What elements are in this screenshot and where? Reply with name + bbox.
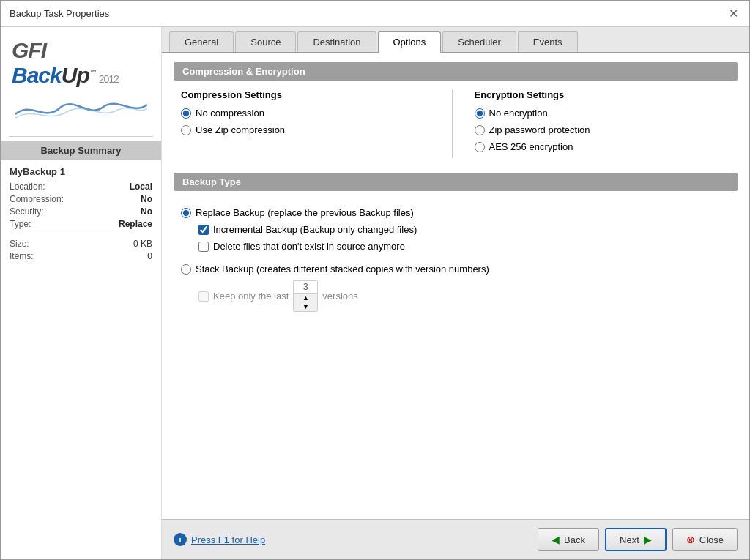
main-area: General Source Destination Options Sched… — [162, 27, 749, 559]
content-area: GFI BackUp™2012 Backup Summary MyBackup … — [1, 27, 749, 559]
next-label: Next — [620, 534, 639, 545]
back-button[interactable]: ◀ Back — [538, 528, 599, 551]
keep-only-label: Keep only the last — [213, 291, 289, 302]
backup-type-header: Backup Type — [174, 173, 738, 191]
keep-only-row: Keep only the last ▲ ▼ versions — [198, 280, 730, 312]
sidebar-divider — [9, 136, 153, 137]
aes-encryption-label: AES 256 encryption — [489, 141, 573, 152]
backup-type-section: Backup Type Replace Backup (replace the … — [174, 173, 738, 319]
zip-compression-row: Use Zip compression — [181, 124, 437, 135]
items-value: 0 — [147, 251, 152, 261]
no-encryption-label: No encryption — [489, 108, 548, 119]
security-value: No — [141, 206, 152, 217]
back-label: Back — [564, 534, 585, 545]
bottom-bar: i Press F1 for Help ◀ Back Next ▶ ⊗ Clos… — [162, 519, 749, 559]
no-compression-label: No compression — [196, 108, 264, 119]
zip-compression-label: Use Zip compression — [196, 124, 285, 135]
logo-i: I — [41, 38, 46, 62]
versions-input[interactable] — [294, 281, 317, 294]
backup-type-content: Replace Backup (replace the previous Bac… — [174, 200, 738, 319]
title-bar: Backup Task Properties ✕ — [1, 1, 749, 27]
no-compression-radio[interactable] — [181, 108, 191, 119]
summary-row-location: Location: Local — [10, 182, 152, 192]
stack-backup-radio[interactable] — [181, 264, 191, 275]
bottom-buttons: ◀ Back Next ▶ ⊗ Close — [538, 528, 738, 551]
logo-tm: ™ — [89, 68, 96, 76]
tab-options[interactable]: Options — [378, 31, 442, 53]
next-icon: ▶ — [644, 534, 652, 545]
logo-wave — [15, 94, 147, 122]
help-icon: i — [174, 533, 187, 546]
logo-year: 2012 — [99, 73, 119, 85]
compression-title: Compression Settings — [181, 89, 437, 100]
tab-general[interactable]: General — [169, 31, 234, 52]
compression-col: Compression Settings No compression Use … — [181, 89, 453, 158]
backup-summary-content: MyBackup 1 Location: Local Compression: … — [1, 160, 161, 269]
back-icon: ◀ — [552, 534, 560, 545]
summary-row-type: Type: Replace — [10, 219, 152, 229]
compression-value: No — [141, 194, 152, 204]
type-label: Type: — [10, 219, 31, 229]
no-encryption-row: No encryption — [475, 108, 731, 119]
logo-g: G — [12, 38, 28, 62]
no-compression-row: No compression — [181, 108, 437, 119]
summary-row-size: Size: 0 KB — [10, 239, 152, 249]
encryption-title: Encryption Settings — [475, 89, 731, 100]
help-text: Press F1 for Help — [191, 534, 265, 545]
zip-compression-radio[interactable] — [181, 125, 191, 135]
summary-divider — [10, 234, 152, 234]
aes-encryption-radio[interactable] — [475, 142, 485, 152]
incremental-backup-row: Incremental Backup (Backup only changed … — [198, 224, 730, 235]
aes-encryption-row: AES 256 encryption — [475, 141, 731, 152]
backup-name: MyBackup 1 — [10, 166, 152, 177]
replace-backup-radio[interactable] — [181, 208, 191, 218]
window-close-button[interactable]: ✕ — [726, 7, 740, 21]
delete-files-row: Delete files that don't exist in source … — [198, 241, 730, 252]
size-value: 0 KB — [133, 239, 152, 249]
keep-only-checkbox[interactable] — [198, 291, 209, 302]
location-value: Local — [130, 182, 152, 192]
replace-backup-label: Replace Backup (replace the previous Bac… — [196, 207, 414, 218]
tab-source[interactable]: Source — [235, 31, 296, 52]
logo-back: Back — [12, 63, 62, 87]
zip-password-row: Zip password protection — [475, 124, 731, 135]
delete-files-checkbox[interactable] — [198, 242, 209, 252]
main-window: Backup Task Properties ✕ GFI BackUp™2012… — [0, 0, 750, 560]
size-label: Size: — [10, 239, 29, 249]
sidebar: GFI BackUp™2012 Backup Summary MyBackup … — [1, 27, 162, 559]
logo-area: GFI BackUp™2012 — [1, 27, 161, 132]
next-button[interactable]: Next ▶ — [605, 528, 667, 551]
incremental-backup-checkbox[interactable] — [198, 225, 209, 235]
replace-backup-row: Replace Backup (replace the previous Bac… — [181, 207, 730, 218]
summary-row-security: Security: No — [10, 206, 152, 217]
zip-password-radio[interactable] — [475, 125, 485, 135]
stack-backup-row: Stack Backup (creates different stacked … — [181, 264, 730, 275]
spinner-up-button[interactable]: ▲ — [294, 294, 317, 302]
zip-password-label: Zip password protection — [489, 124, 590, 135]
window-title: Backup Task Properties — [10, 8, 109, 19]
versions-spinner[interactable]: ▲ ▼ — [293, 280, 318, 312]
logo-f: F — [28, 38, 40, 62]
tab-scheduler[interactable]: Scheduler — [442, 31, 516, 52]
backup-summary-header: Backup Summary — [1, 141, 161, 160]
tab-destination[interactable]: Destination — [297, 31, 376, 52]
options-panel: Compression & Encryption Compression Set… — [162, 53, 749, 519]
close-button[interactable]: ⊗ Close — [672, 528, 738, 551]
app-logo: GFI BackUp™2012 — [12, 38, 150, 88]
security-label: Security: — [10, 206, 44, 217]
close-icon: ⊗ — [686, 534, 695, 545]
items-label: Items: — [10, 251, 34, 261]
location-label: Location: — [10, 182, 45, 192]
versions-label: versions — [322, 291, 357, 302]
logo-up: Up — [62, 63, 89, 87]
no-encryption-radio[interactable] — [475, 108, 485, 119]
compression-label: Compression: — [10, 194, 64, 204]
summary-row-compression: Compression: No — [10, 194, 152, 204]
spinner-down-button[interactable]: ▼ — [294, 302, 317, 311]
help-link[interactable]: i Press F1 for Help — [174, 533, 265, 546]
tabs-bar: General Source Destination Options Sched… — [162, 27, 749, 53]
encryption-col: Encryption Settings No encryption Zip pa… — [453, 89, 731, 158]
tab-events[interactable]: Events — [518, 31, 578, 52]
stack-backup-label: Stack Backup (creates different stacked … — [196, 264, 489, 275]
compression-section-header: Compression & Encryption — [174, 62, 738, 81]
